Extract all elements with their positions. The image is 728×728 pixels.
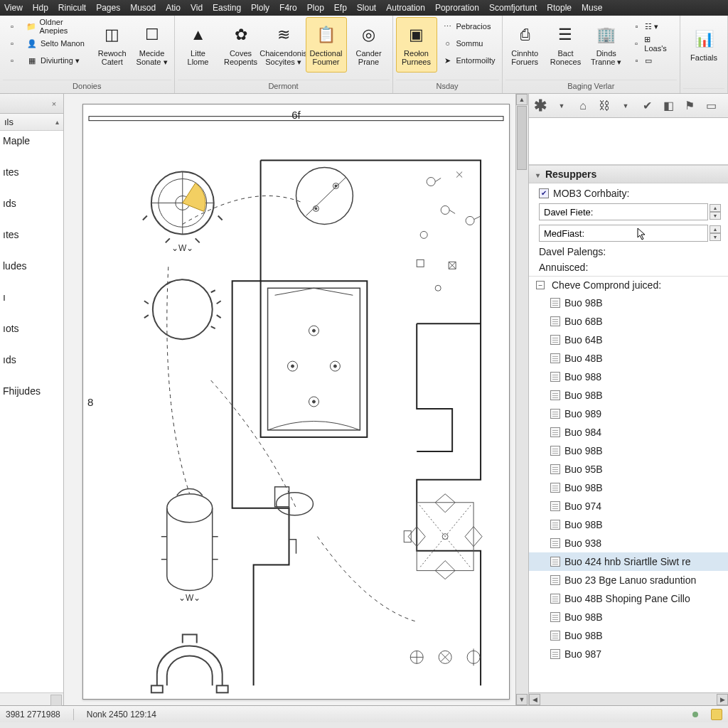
list-item[interactable]: Buo 974 <box>529 497 728 515</box>
list-item[interactable]: Buo 987 <box>529 645 728 663</box>
scroll-left-icon[interactable]: ◀ <box>529 694 540 705</box>
ribbon-small-button[interactable]: ▫▭ <box>627 53 677 68</box>
flag-icon[interactable]: ⚑ <box>682 99 697 113</box>
scroll-up-icon[interactable]: ▲ <box>516 94 528 105</box>
davel-fiete-input[interactable] <box>539 203 708 220</box>
list-item[interactable]: Buo 98B <box>529 294 728 312</box>
menu-item[interactable]: Rinicult <box>58 3 86 13</box>
menu-item[interactable]: Ploly <box>251 3 269 13</box>
ribbon-button[interactable]: ◫Rewoch Catert <box>93 17 132 73</box>
ribbon-button[interactable]: 📋Dectional Foumer <box>306 17 347 73</box>
menu-item[interactable]: Hdp <box>33 3 48 13</box>
asterisk-icon[interactable]: ✱ <box>533 99 547 113</box>
vertical-scrollbar[interactable]: ▲ ▼ <box>515 94 528 705</box>
ribbon-button[interactable]: 🏢Dinds Tranne ▾ <box>587 17 626 73</box>
ribbon-button[interactable]: 📊Factials <box>683 17 724 73</box>
ribbon-small-button[interactable]: ▫⊞ Loas's <box>627 36 677 51</box>
list-item[interactable]: Buo 95B <box>529 460 728 478</box>
left-panel-tab[interactable]: ıls ▴ <box>0 114 63 131</box>
chevron-down-icon[interactable]: ▼ <box>619 99 633 113</box>
scroll-thumb[interactable] <box>517 106 527 170</box>
browser-item[interactable]: ıtes <box>0 229 62 240</box>
ribbon-small-button[interactable]: ▦Diviurting ▾ <box>23 53 92 68</box>
browser-item[interactable]: ıots <box>0 323 62 334</box>
menu-item[interactable]: F4ro <box>279 3 297 13</box>
list-item[interactable]: Buo 64B <box>529 331 728 349</box>
ribbon-small-button[interactable]: ⋯Pebracios <box>439 18 499 34</box>
browser-item[interactable]: ı <box>0 291 62 303</box>
list-item[interactable]: Buo 424 hnb Sriartlle Siwt re <box>529 552 728 571</box>
list-item[interactable]: Buo 98B <box>529 478 728 497</box>
list-item[interactable]: Buo 989 <box>529 405 728 423</box>
menu-item[interactable]: Easting <box>213 3 241 13</box>
list-item[interactable]: Buo 98B <box>529 626 728 645</box>
stepper[interactable]: ▲▼ <box>710 225 721 241</box>
left-scrollbar[interactable] <box>0 692 63 705</box>
browser-item[interactable]: Maple <box>0 135 62 146</box>
ribbon-small-button[interactable]: ○Sommu <box>439 36 499 51</box>
browser-item[interactable]: ıtes <box>0 166 62 178</box>
browser-item[interactable]: ıds <box>0 354 62 365</box>
list-item[interactable]: Buo 938 <box>529 534 728 552</box>
menu-item[interactable]: Scomfjortunt <box>489 3 537 13</box>
status-shield-icon[interactable] <box>711 709 722 720</box>
ribbon-button[interactable]: ≋Chaicendonis Socyites ▾ <box>263 17 304 73</box>
ribbon-button[interactable]: ◎Cander Prane <box>348 17 390 73</box>
more-icon[interactable]: ▭ <box>704 99 718 113</box>
browser-item[interactable]: ıds <box>0 198 62 209</box>
scroll-right-icon[interactable]: ▶ <box>717 694 728 705</box>
scroll-down-icon[interactable]: ▼ <box>516 694 528 705</box>
list-item[interactable]: Buo 98B <box>529 441 728 460</box>
menu-item[interactable]: Plop <box>307 3 324 13</box>
ribbon-button[interactable]: ▣Reołon Purnees <box>396 17 437 73</box>
ribbon-small-button[interactable]: ➤Entormoilty <box>439 53 499 68</box>
expand-icon[interactable]: – <box>536 281 545 289</box>
list-item[interactable]: Buo 48B Shoping Pane Cillo <box>529 589 728 608</box>
list-item[interactable]: Buo 98B <box>529 515 728 534</box>
menu-item[interactable]: Rtople <box>547 3 572 13</box>
menu-item[interactable]: Musod <box>130 3 156 13</box>
list-item[interactable]: Buo 98B <box>529 608 728 626</box>
check-icon[interactable]: ✔ <box>640 99 654 113</box>
browser-item[interactable]: Fhijudes <box>0 385 62 397</box>
menu-item[interactable]: Pages <box>96 3 120 13</box>
chevron-down-icon[interactable]: ▼ <box>555 99 569 113</box>
link-icon[interactable]: ⛓ <box>597 99 611 113</box>
stepper[interactable]: ▲▼ <box>710 204 721 220</box>
menu-item[interactable]: Efp <box>334 3 347 13</box>
list-item[interactable]: Buo 984 <box>529 423 728 441</box>
close-icon[interactable]: × <box>49 99 59 109</box>
ribbon-small-button[interactable]: 👤Selto Manon <box>23 36 92 51</box>
ribbon-button[interactable]: ☐Mecide Sonate ▾ <box>133 17 171 73</box>
list-item[interactable]: Buo 68B <box>529 312 728 331</box>
section-header[interactable]: ▾ Resuppers <box>529 165 728 183</box>
list-section-header[interactable]: – Cheve Comprond juiced: <box>529 276 728 294</box>
panel-hscrollbar[interactable]: ◀ ▶ <box>529 692 728 705</box>
ribbon-button[interactable]: ✿Coves Reopents <box>220 17 262 73</box>
menu-item[interactable]: Vid <box>191 3 203 13</box>
ribbon-small-button[interactable]: ▫ <box>3 36 21 51</box>
ribbon-button[interactable]: ⎙Cinnhto Foruers <box>505 17 545 73</box>
checkbox-icon[interactable]: ✔ <box>539 188 549 198</box>
menu-item[interactable]: Slout <box>357 3 376 13</box>
ribbon-small-button[interactable]: ▫☷ ▾ <box>627 18 677 34</box>
drawing-sheet[interactable]: 6f 8 <box>82 104 510 700</box>
list-item[interactable]: Buo 98B <box>529 386 728 405</box>
ribbon-small-button[interactable]: 📁Oldner Anepies <box>23 18 92 34</box>
list-item[interactable]: Buo 988 <box>529 368 728 386</box>
ribbon-small-button[interactable]: ▫ <box>3 18 21 34</box>
browser-item[interactable]: ludes <box>0 260 62 272</box>
medfiast-input[interactable] <box>539 225 708 242</box>
menu-item[interactable]: Muse <box>582 3 602 13</box>
eraser-icon[interactable]: ◧ <box>661 99 675 113</box>
ribbon-button[interactable]: ▲Litte Llome <box>178 17 219 73</box>
menu-item[interactable]: View <box>4 3 23 13</box>
ribbon-small-button[interactable]: ▫ <box>3 53 21 68</box>
menu-item[interactable]: Poproration <box>435 3 479 13</box>
ribbon-button[interactable]: ☰Bact Roneces <box>546 17 585 73</box>
list-item[interactable]: Buo 23 Bge Lanuo sraduntion <box>529 571 728 589</box>
menu-item[interactable]: Autroation <box>386 3 425 13</box>
menu-item[interactable]: Atio <box>166 3 181 13</box>
house-icon[interactable]: ⌂ <box>576 99 590 113</box>
list-item[interactable]: Buo 48B <box>529 349 728 368</box>
